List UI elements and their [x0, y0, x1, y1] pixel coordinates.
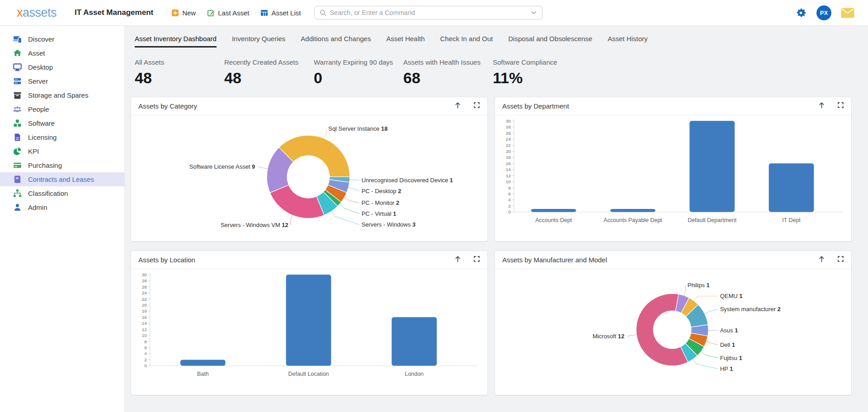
tab-additions-and-changes[interactable]: Additions and Changes [301, 30, 371, 47]
arrow-up-icon[interactable] [818, 101, 826, 111]
avatar[interactable]: PX [816, 5, 831, 20]
sidebar-item-label: Software [28, 119, 55, 127]
asset-home-icon [13, 49, 22, 57]
chart-cards-grid: Assets by CategorySql Server Instance 18… [131, 97, 852, 395]
card-assets-by-location: Assets by Location0246810121416182022242… [131, 251, 488, 395]
donut-label-servers-windows: Servers - Windows 3 [362, 221, 416, 228]
assets-by-department-chart[interactable]: 024681012141618202224262830Accounts Dept… [495, 115, 851, 241]
header-actions: NewLast AssetAsset List [171, 9, 301, 17]
bar-bath[interactable] [180, 360, 226, 365]
sidebar-item-desktop[interactable]: Desktop [0, 60, 124, 74]
expand-icon[interactable] [837, 256, 844, 264]
bar-label-default-department: Default Department [688, 217, 737, 223]
svg-text:14: 14 [506, 167, 511, 172]
svg-text:20: 20 [142, 303, 147, 308]
assets-by-location-chart[interactable]: 024681012141618202224262830BathDefault L… [131, 269, 487, 395]
donut-label-system-manufacturer: System manufacturer 2 [720, 306, 781, 313]
svg-text:26: 26 [142, 284, 147, 289]
app-title: IT Asset Management [75, 8, 153, 17]
action-label: Asset List [271, 9, 301, 17]
card-body: 024681012141618202224262830BathDefault L… [131, 269, 487, 395]
card-body: 024681012141618202224262830Accounts Dept… [495, 115, 851, 241]
dashboard-tabs: Asset Inventory DashboardInventory Queri… [135, 30, 852, 47]
server-icon [13, 77, 22, 85]
expand-icon[interactable] [473, 102, 480, 110]
arrow-up-icon[interactable] [454, 255, 462, 265]
donut-label-fujitsu: Fujitsu 1 [720, 355, 742, 361]
top-bar: xassets IT Asset Management NewLast Asse… [0, 0, 868, 26]
bar-accounts-dept[interactable] [531, 209, 576, 212]
new-button[interactable]: New [171, 9, 196, 17]
sidebar-item-label: KPI [28, 147, 39, 155]
sidebar-item-classification[interactable]: Classification [0, 186, 124, 200]
stat-label: All Assets [135, 58, 224, 66]
donut-label-asus: Asus 1 [720, 327, 738, 334]
svg-text:16: 16 [506, 161, 511, 166]
sidebar-item-contracts-and-leases[interactable]: Contracts and Leases [0, 172, 124, 186]
software-icon [13, 119, 22, 128]
card-header: Assets by Manufacturer and Model [495, 251, 851, 269]
stat-label: Assets with Health Issues [403, 58, 493, 66]
sidebar-item-admin[interactable]: Admin [0, 200, 124, 214]
table-icon [260, 9, 268, 17]
gear-icon[interactable] [795, 7, 807, 19]
arrow-up-icon[interactable] [818, 255, 826, 265]
sidebar-item-licensing[interactable]: Licensing [0, 130, 124, 144]
envelope-icon[interactable] [841, 8, 854, 18]
bar-it-dept[interactable] [769, 163, 814, 212]
tab-check-in-and-out[interactable]: Check In and Out [440, 30, 493, 47]
expand-icon[interactable] [837, 102, 844, 110]
assets-by-category-chart[interactable]: Sql Server Instance 18Unrecognised Disco… [131, 115, 487, 241]
sidebar-item-asset[interactable]: Asset [0, 46, 124, 60]
card-title: Assets by Location [138, 256, 442, 264]
asset-list-button[interactable]: Asset List [260, 9, 301, 17]
command-search[interactable] [314, 6, 542, 19]
stat-value: 0 [314, 69, 403, 87]
stat-warranty-expiring-90-days: Warranty Expiring 90 days0 [314, 58, 403, 87]
last-asset-button[interactable]: Last Asset [207, 9, 249, 17]
discover-icon [13, 35, 22, 43]
tab-asset-history[interactable]: Asset History [608, 30, 647, 47]
assets-by-manufacturer-and-model-chart[interactable]: Philips 1QEMU 1System manufacturer 2Asus… [495, 269, 851, 395]
expand-icon[interactable] [473, 256, 480, 264]
bar-london[interactable] [392, 317, 437, 365]
chevron-down-icon[interactable] [530, 9, 538, 16]
sidebar-item-storage-and-spares[interactable]: Storage and Spares [0, 88, 124, 102]
bar-default-department[interactable] [689, 121, 735, 212]
sidebar-item-people[interactable]: People [0, 102, 124, 116]
card-assets-by-category: Assets by CategorySql Server Instance 18… [131, 97, 488, 242]
tab-inventory-queries[interactable]: Inventory Queries [232, 30, 285, 47]
donut-label-pc-monitor: PC - Monitor 2 [362, 199, 400, 206]
donut-label-philips: Philips 1 [688, 282, 710, 289]
bar-accounts-payable-dept[interactable] [610, 209, 656, 212]
sidebar-item-label: Admin [28, 204, 47, 211]
stat-assets-with-health-issues: Assets with Health Issues68 [403, 58, 493, 87]
stat-software-compliance: Software Compliance11% [493, 58, 582, 87]
arrow-up-icon[interactable] [454, 101, 462, 111]
svg-text:12: 12 [506, 173, 511, 178]
bar-label-accounts-payable-dept: Accounts Payable Dept [604, 217, 662, 223]
sidebar-item-discover[interactable]: Discover [0, 32, 124, 46]
donut-slice-servers-windows-vm[interactable] [270, 185, 324, 218]
donut-slice-sql-server-instance[interactable] [279, 135, 350, 177]
card-header: Assets by Location [131, 251, 487, 269]
xassets-logo[interactable]: xassets [17, 6, 57, 20]
donut-label-qemu: QEMU 1 [720, 293, 743, 299]
logo-prefix: x [17, 6, 23, 19]
card-body: Sql Server Instance 18Unrecognised Disco… [131, 115, 487, 241]
sidebar: DiscoverAssetDesktopServerStorage and Sp… [0, 26, 125, 412]
search-input[interactable] [330, 9, 530, 16]
stat-value: 68 [403, 69, 493, 87]
donut-label-dell: Dell 1 [720, 341, 735, 348]
bar-default-location[interactable] [286, 275, 331, 365]
sidebar-item-server[interactable]: Server [0, 74, 124, 88]
sidebar-item-software[interactable]: Software [0, 116, 124, 130]
stat-value: 11% [493, 69, 582, 87]
tab-asset-inventory-dashboard[interactable]: Asset Inventory Dashboard [135, 30, 217, 47]
svg-text:8: 8 [144, 339, 147, 344]
sidebar-item-kpi[interactable]: KPI [0, 144, 124, 158]
tab-asset-health[interactable]: Asset Health [386, 30, 425, 47]
tab-disposal-and-obsolescense[interactable]: Disposal and Obsolescense [508, 30, 592, 47]
sidebar-item-purchasing[interactable]: Purchasing [0, 158, 124, 172]
stat-recently-created-assets: Recently Created Assets48 [224, 58, 314, 87]
